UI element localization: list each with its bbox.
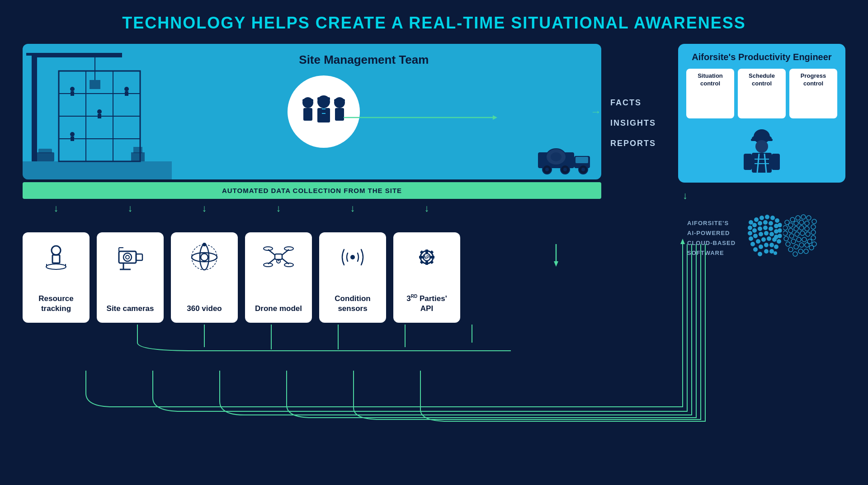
360-video-label: 360 video	[187, 304, 222, 314]
schedule-control-label: Schedule control	[741, 72, 783, 88]
resource-tracking-label: Resource tracking	[30, 294, 82, 314]
svg-point-168	[806, 232, 810, 236]
svg-rect-15	[32, 53, 37, 161]
svg-point-113	[758, 221, 762, 226]
svg-rect-14	[71, 137, 74, 141]
truck-icon	[538, 143, 592, 175]
svg-point-46	[52, 246, 61, 255]
svg-rect-54	[136, 254, 142, 260]
engineer-row	[686, 123, 837, 178]
svg-point-158	[783, 231, 788, 235]
api-label: 3RD Parties'API	[406, 293, 447, 314]
arrow-5: ↓	[319, 202, 386, 214]
site-cameras-card: Site cameras	[97, 232, 164, 323]
svg-point-127	[764, 231, 769, 235]
svg-point-61	[201, 254, 208, 261]
team-icon	[297, 89, 351, 134]
svg-rect-80	[419, 256, 423, 259]
api-icon: API	[411, 241, 443, 273]
svg-rect-81	[431, 256, 434, 259]
controls-row: Situation control Schedule control Progr…	[686, 69, 837, 118]
svg-rect-78	[425, 250, 428, 253]
svg-point-173	[802, 237, 807, 242]
svg-point-180	[809, 245, 814, 250]
svg-point-133	[761, 237, 766, 242]
svg-point-63	[203, 243, 206, 246]
resource-tracking-icon	[40, 241, 72, 273]
svg-point-172	[797, 237, 801, 242]
svg-point-134	[767, 236, 771, 241]
productivity-engineer-title: Aiforsite's Productivity Engineer	[686, 52, 837, 62]
arrow-2: ↓	[97, 202, 164, 214]
facts-column: FACTS INSIGHTS REPORTS	[610, 44, 669, 352]
svg-point-106	[760, 216, 764, 220]
svg-point-48	[46, 264, 66, 269]
fact-reports: REPORTS	[610, 139, 669, 148]
svg-point-116	[774, 224, 778, 228]
svg-point-121	[763, 226, 768, 230]
svg-point-53	[126, 255, 129, 259]
crane-illustration	[23, 44, 172, 179]
svg-point-39	[545, 168, 549, 171]
svg-point-142	[758, 252, 762, 256]
condition-sensors-label: Condition sensors	[326, 294, 379, 314]
svg-rect-37	[576, 157, 588, 163]
svg-point-167	[800, 231, 805, 235]
svg-point-130	[778, 234, 782, 238]
svg-rect-26	[303, 108, 312, 121]
svg-point-109	[775, 218, 779, 223]
left-column: Site Management Team	[23, 44, 601, 352]
svg-rect-20	[36, 152, 54, 161]
svg-rect-21	[38, 149, 52, 153]
svg-point-144	[769, 249, 774, 254]
ai-section: AIFORSITE'SAI-POWEREDCLOUD-BASEDSOFTWARE	[678, 209, 845, 268]
resource-tracking-card: Resource tracking	[23, 232, 90, 323]
svg-point-139	[764, 243, 769, 247]
svg-rect-23	[133, 147, 142, 153]
ai-label: AIFORSITE'SAI-POWEREDCLOUD-BASEDSOFTWARE	[687, 218, 736, 258]
data-cards-row: Resource tracking	[23, 232, 601, 323]
schedule-control-card: Schedule control	[738, 69, 786, 118]
svg-point-52	[123, 253, 132, 261]
svg-rect-79	[425, 261, 428, 265]
svg-point-43	[581, 168, 585, 171]
svg-point-30	[334, 97, 345, 108]
svg-point-75	[350, 255, 355, 259]
svg-point-126	[759, 232, 763, 236]
svg-point-125	[753, 234, 758, 238]
site-cameras-label: Site cameras	[107, 304, 154, 314]
fact-insights: INSIGHTS	[610, 118, 669, 128]
drone-model-label: Drone model	[255, 304, 302, 314]
brain-icon	[746, 213, 819, 263]
svg-rect-18	[90, 80, 100, 89]
svg-point-112	[752, 223, 757, 227]
svg-point-111	[748, 226, 752, 230]
svg-point-160	[794, 226, 798, 231]
svg-point-182	[798, 249, 803, 254]
svg-point-9	[124, 87, 129, 91]
productivity-engineer-box: Aiforsite's Productivity Engineer Situat…	[678, 44, 845, 183]
svg-point-152	[783, 226, 788, 230]
svg-point-177	[794, 245, 798, 249]
svg-rect-32	[335, 108, 344, 121]
svg-rect-97	[752, 153, 772, 173]
drone-model-icon	[263, 241, 294, 273]
svg-rect-22	[131, 152, 145, 161]
360-video-icon	[189, 241, 220, 273]
svg-point-179	[805, 243, 809, 247]
svg-rect-16	[32, 53, 122, 57]
svg-point-178	[799, 243, 804, 247]
arrow-1: ↓	[23, 202, 90, 214]
svg-point-171	[791, 239, 796, 244]
svg-text:API: API	[423, 255, 431, 260]
svg-point-165	[789, 234, 794, 238]
arrow-4: ↓	[245, 202, 312, 214]
svg-point-181	[793, 252, 797, 256]
svg-point-170	[786, 242, 790, 246]
svg-point-157	[811, 225, 816, 229]
fact-facts: FACTS	[610, 98, 669, 108]
svg-point-132	[756, 239, 760, 244]
svg-rect-29	[317, 108, 330, 122]
svg-point-159	[788, 228, 793, 233]
svg-point-164	[784, 236, 788, 241]
